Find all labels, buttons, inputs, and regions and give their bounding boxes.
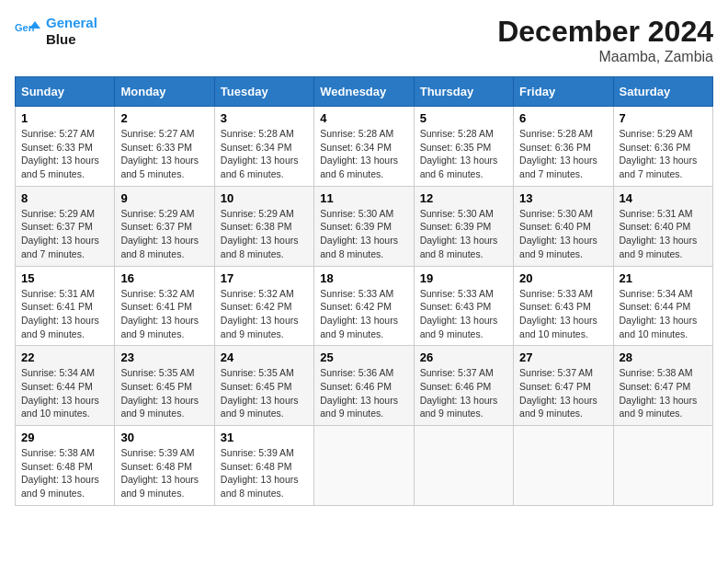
day-detail: Sunrise: 5:30 AM Sunset: 6:40 PM Dayligh… bbox=[519, 207, 607, 261]
day-header-saturday: Saturday bbox=[613, 77, 712, 107]
logo-icon: Gen bbox=[15, 17, 42, 45]
calendar-cell: 31 Sunrise: 5:39 AM Sunset: 6:48 PM Dayl… bbox=[214, 426, 313, 506]
calendar-table: SundayMondayTuesdayWednesdayThursdayFrid… bbox=[15, 76, 713, 506]
day-number: 29 bbox=[21, 431, 108, 444]
day-detail: Sunrise: 5:36 AM Sunset: 6:46 PM Dayligh… bbox=[320, 366, 407, 420]
day-detail: Sunrise: 5:39 AM Sunset: 6:48 PM Dayligh… bbox=[120, 446, 208, 500]
day-number: 21 bbox=[620, 271, 707, 285]
calendar-cell: 25 Sunrise: 5:36 AM Sunset: 6:46 PM Dayl… bbox=[314, 346, 414, 426]
day-detail: Sunrise: 5:35 AM Sunset: 6:45 PM Dayligh… bbox=[120, 366, 208, 420]
logo-text-general: General bbox=[46, 15, 97, 30]
calendar-cell: 13 Sunrise: 5:30 AM Sunset: 6:40 PM Dayl… bbox=[514, 186, 613, 266]
day-number: 12 bbox=[420, 191, 507, 205]
day-detail: Sunrise: 5:33 AM Sunset: 6:43 PM Dayligh… bbox=[420, 287, 507, 341]
calendar-cell: 26 Sunrise: 5:37 AM Sunset: 6:46 PM Dayl… bbox=[414, 346, 513, 426]
calendar-cell: 23 Sunrise: 5:35 AM Sunset: 6:45 PM Dayl… bbox=[115, 346, 214, 426]
day-detail: Sunrise: 5:33 AM Sunset: 6:43 PM Dayligh… bbox=[519, 287, 607, 341]
location: Maamba, Zambia bbox=[497, 49, 713, 65]
day-detail: Sunrise: 5:29 AM Sunset: 6:37 PM Dayligh… bbox=[21, 207, 108, 261]
calendar-cell: 14 Sunrise: 5:31 AM Sunset: 6:40 PM Dayl… bbox=[613, 186, 712, 266]
calendar-cell: 22 Sunrise: 5:34 AM Sunset: 6:44 PM Dayl… bbox=[16, 346, 115, 426]
calendar-cell bbox=[314, 426, 414, 506]
day-number: 18 bbox=[320, 271, 407, 285]
calendar-cell: 7 Sunrise: 5:29 AM Sunset: 6:36 PM Dayli… bbox=[613, 107, 712, 187]
day-detail: Sunrise: 5:34 AM Sunset: 6:44 PM Dayligh… bbox=[21, 366, 108, 420]
day-detail: Sunrise: 5:37 AM Sunset: 6:46 PM Dayligh… bbox=[420, 366, 507, 420]
day-detail: Sunrise: 5:30 AM Sunset: 6:39 PM Dayligh… bbox=[320, 207, 407, 261]
calendar-cell: 18 Sunrise: 5:33 AM Sunset: 6:42 PM Dayl… bbox=[314, 266, 414, 346]
day-number: 11 bbox=[320, 191, 407, 205]
calendar-cell bbox=[613, 426, 712, 506]
calendar-cell: 28 Sunrise: 5:38 AM Sunset: 6:47 PM Dayl… bbox=[613, 346, 712, 426]
day-header-sunday: Sunday bbox=[16, 77, 115, 107]
day-detail: Sunrise: 5:39 AM Sunset: 6:48 PM Dayligh… bbox=[221, 446, 308, 500]
day-number: 28 bbox=[620, 350, 707, 364]
day-header-friday: Friday bbox=[514, 77, 613, 107]
day-detail: Sunrise: 5:29 AM Sunset: 6:38 PM Dayligh… bbox=[221, 207, 308, 261]
day-detail: Sunrise: 5:28 AM Sunset: 6:36 PM Dayligh… bbox=[519, 127, 607, 181]
calendar-cell: 16 Sunrise: 5:32 AM Sunset: 6:41 PM Dayl… bbox=[115, 266, 214, 346]
calendar-cell: 1 Sunrise: 5:27 AM Sunset: 6:33 PM Dayli… bbox=[16, 107, 115, 187]
day-number: 6 bbox=[519, 111, 607, 125]
logo: Gen General Blue bbox=[15, 15, 97, 48]
day-detail: Sunrise: 5:33 AM Sunset: 6:42 PM Dayligh… bbox=[320, 287, 407, 341]
day-number: 9 bbox=[120, 191, 208, 205]
day-detail: Sunrise: 5:28 AM Sunset: 6:34 PM Dayligh… bbox=[221, 127, 308, 181]
calendar-cell: 21 Sunrise: 5:34 AM Sunset: 6:44 PM Dayl… bbox=[613, 266, 712, 346]
day-detail: Sunrise: 5:30 AM Sunset: 6:39 PM Dayligh… bbox=[420, 207, 507, 261]
day-detail: Sunrise: 5:34 AM Sunset: 6:44 PM Dayligh… bbox=[620, 287, 707, 341]
day-detail: Sunrise: 5:31 AM Sunset: 6:41 PM Dayligh… bbox=[21, 287, 108, 341]
calendar-cell: 3 Sunrise: 5:28 AM Sunset: 6:34 PM Dayli… bbox=[214, 107, 313, 187]
day-detail: Sunrise: 5:38 AM Sunset: 6:48 PM Dayligh… bbox=[21, 446, 108, 500]
day-detail: Sunrise: 5:27 AM Sunset: 6:33 PM Dayligh… bbox=[21, 127, 108, 181]
calendar-cell: 12 Sunrise: 5:30 AM Sunset: 6:39 PM Dayl… bbox=[414, 186, 513, 266]
calendar-cell: 24 Sunrise: 5:35 AM Sunset: 6:45 PM Dayl… bbox=[214, 346, 313, 426]
day-number: 13 bbox=[519, 191, 607, 205]
calendar-cell: 9 Sunrise: 5:29 AM Sunset: 6:37 PM Dayli… bbox=[115, 186, 214, 266]
day-number: 1 bbox=[21, 111, 108, 125]
day-number: 10 bbox=[221, 191, 308, 205]
calendar-cell bbox=[414, 426, 513, 506]
title-section: December 2024 Maamba, Zambia bbox=[497, 15, 713, 65]
calendar-cell: 17 Sunrise: 5:32 AM Sunset: 6:42 PM Dayl… bbox=[214, 266, 313, 346]
calendar-cell: 2 Sunrise: 5:27 AM Sunset: 6:33 PM Dayli… bbox=[115, 107, 214, 187]
day-header-wednesday: Wednesday bbox=[314, 77, 414, 107]
day-number: 19 bbox=[420, 271, 507, 285]
day-number: 25 bbox=[320, 350, 407, 364]
calendar-cell: 4 Sunrise: 5:28 AM Sunset: 6:34 PM Dayli… bbox=[314, 107, 414, 187]
day-detail: Sunrise: 5:31 AM Sunset: 6:40 PM Dayligh… bbox=[620, 207, 707, 261]
day-number: 3 bbox=[221, 111, 308, 125]
day-detail: Sunrise: 5:38 AM Sunset: 6:47 PM Dayligh… bbox=[620, 366, 707, 420]
day-number: 17 bbox=[221, 271, 308, 285]
day-number: 16 bbox=[120, 271, 208, 285]
day-number: 15 bbox=[21, 271, 108, 285]
calendar-cell bbox=[514, 426, 613, 506]
day-detail: Sunrise: 5:29 AM Sunset: 6:36 PM Dayligh… bbox=[620, 127, 707, 181]
calendar-cell: 30 Sunrise: 5:39 AM Sunset: 6:48 PM Dayl… bbox=[115, 426, 214, 506]
day-header-monday: Monday bbox=[115, 77, 214, 107]
day-number: 14 bbox=[620, 191, 707, 205]
day-detail: Sunrise: 5:29 AM Sunset: 6:37 PM Dayligh… bbox=[120, 207, 208, 261]
calendar-cell: 29 Sunrise: 5:38 AM Sunset: 6:48 PM Dayl… bbox=[16, 426, 115, 506]
calendar-cell: 27 Sunrise: 5:37 AM Sunset: 6:47 PM Dayl… bbox=[514, 346, 613, 426]
day-number: 20 bbox=[519, 271, 607, 285]
day-number: 5 bbox=[420, 111, 507, 125]
day-detail: Sunrise: 5:37 AM Sunset: 6:47 PM Dayligh… bbox=[519, 366, 607, 420]
day-number: 31 bbox=[221, 431, 308, 444]
day-detail: Sunrise: 5:28 AM Sunset: 6:34 PM Dayligh… bbox=[320, 127, 407, 181]
logo-text-blue: Blue bbox=[46, 31, 76, 47]
day-number: 26 bbox=[420, 350, 507, 364]
calendar-cell: 15 Sunrise: 5:31 AM Sunset: 6:41 PM Dayl… bbox=[16, 266, 115, 346]
day-header-tuesday: Tuesday bbox=[214, 77, 313, 107]
day-number: 2 bbox=[120, 111, 208, 125]
calendar-cell: 5 Sunrise: 5:28 AM Sunset: 6:35 PM Dayli… bbox=[414, 107, 513, 187]
page-header: Gen General Blue December 2024 Maamba, Z… bbox=[15, 15, 713, 65]
day-detail: Sunrise: 5:32 AM Sunset: 6:41 PM Dayligh… bbox=[120, 287, 208, 341]
calendar-cell: 8 Sunrise: 5:29 AM Sunset: 6:37 PM Dayli… bbox=[16, 186, 115, 266]
day-detail: Sunrise: 5:35 AM Sunset: 6:45 PM Dayligh… bbox=[221, 366, 308, 420]
day-header-thursday: Thursday bbox=[414, 77, 513, 107]
day-number: 23 bbox=[120, 350, 208, 364]
day-number: 30 bbox=[120, 431, 208, 444]
day-number: 24 bbox=[221, 350, 308, 364]
calendar-cell: 10 Sunrise: 5:29 AM Sunset: 6:38 PM Dayl… bbox=[214, 186, 313, 266]
